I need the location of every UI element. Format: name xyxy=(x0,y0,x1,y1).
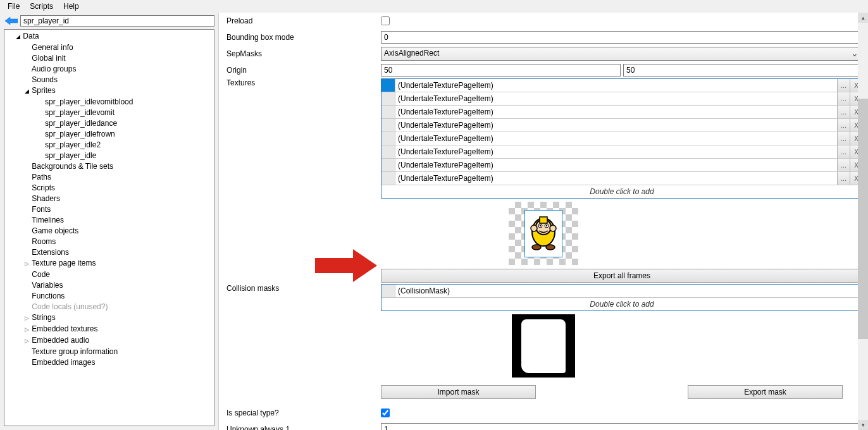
texture-item[interactable]: (UndertaleTexturePageItem) xyxy=(395,172,837,185)
unknown-input[interactable] xyxy=(381,423,863,431)
sprite-preview-image xyxy=(524,210,562,257)
texture-item[interactable]: (UndertaleTexturePageItem) xyxy=(395,92,837,105)
tree-item[interactable]: Audio groups xyxy=(4,64,214,75)
bbox-input[interactable] xyxy=(381,31,863,44)
tree-item[interactable]: Rooms xyxy=(4,236,214,247)
tree-item[interactable]: ▷ Strings xyxy=(4,312,214,324)
tree-item[interactable]: Code locals (unused?) xyxy=(4,302,214,312)
texture-browse-button[interactable]: ... xyxy=(837,145,850,158)
tree-item[interactable]: Variables xyxy=(4,280,214,291)
texture-item[interactable]: (UndertaleTexturePageItem) xyxy=(395,145,837,158)
tree-item[interactable]: ▷ Embedded audio xyxy=(4,335,214,347)
tree-item[interactable]: Scripts xyxy=(4,183,214,194)
left-panel: ◢ Data General info Global init Audio gr… xyxy=(0,13,219,430)
preload-checkbox[interactable] xyxy=(381,16,390,25)
tree-item[interactable]: Texture group information xyxy=(4,347,214,357)
texture-item[interactable]: (UndertaleTexturePageItem) xyxy=(395,119,837,132)
tree-item[interactable]: Sounds xyxy=(4,75,214,85)
tree-item[interactable]: Global init xyxy=(4,53,214,64)
export-mask-button[interactable]: Export mask xyxy=(688,385,843,399)
tree-item[interactable]: Fonts xyxy=(4,204,214,215)
texture-preview xyxy=(509,202,578,265)
texture-browse-button[interactable]: ... xyxy=(837,92,850,105)
collision-masks-label: Collision masks xyxy=(224,284,381,293)
special-type-label: Is special type? xyxy=(224,408,381,417)
export-all-frames-button[interactable]: Export all frames xyxy=(381,269,863,283)
tree-item[interactable]: spr_player_idledance xyxy=(4,118,214,129)
svg-marker-0 xyxy=(5,17,18,25)
back-arrow-icon[interactable] xyxy=(5,16,18,25)
origin-x-input[interactable] xyxy=(381,64,621,77)
collision-add-hint[interactable]: Double click to add xyxy=(381,298,862,310)
svg-point-6 xyxy=(540,224,541,226)
right-panel: Preload Bounding box mode SepMasks AxisA… xyxy=(219,13,868,430)
tree-item[interactable]: Embedded images xyxy=(4,357,214,368)
texture-browse-button[interactable]: ... xyxy=(837,119,850,132)
svg-point-9 xyxy=(550,225,556,231)
texture-browse-button[interactable]: ... xyxy=(837,159,850,171)
texture-item[interactable]: (UndertaleTexturePageItem) xyxy=(395,159,837,171)
sepmasks-select[interactable]: AxisAlignedRect xyxy=(381,47,863,61)
texture-browse-button[interactable]: ... xyxy=(837,79,850,92)
preload-label: Preload xyxy=(224,16,381,25)
svg-rect-3 xyxy=(540,217,547,223)
menu-file[interactable]: File xyxy=(3,1,25,12)
tree-root[interactable]: ◢ Data xyxy=(4,31,214,42)
svg-point-8 xyxy=(531,225,537,231)
tree-item[interactable]: Functions xyxy=(4,291,214,302)
tree-item[interactable]: spr_player_idlefrown xyxy=(4,129,214,140)
bbox-label: Bounding box mode xyxy=(224,33,381,42)
collision-list[interactable]: (CollisionMask) Double click to add xyxy=(381,284,863,311)
vertical-scrollbar[interactable]: ▴ ▾ xyxy=(858,13,868,430)
tree-item[interactable]: spr_player_idle xyxy=(4,150,214,161)
tree-item[interactable]: Backgrounds & Tile sets xyxy=(4,161,214,172)
texture-item[interactable]: (UndertaleTexturePageItem) xyxy=(395,132,837,145)
tree-item[interactable]: Code xyxy=(4,269,214,280)
search-input[interactable] xyxy=(20,15,214,27)
tree-item[interactable]: Paths xyxy=(4,172,214,183)
sepmasks-label: SepMasks xyxy=(224,49,381,58)
import-mask-button[interactable]: Import mask xyxy=(381,385,536,399)
tree-item[interactable]: General info xyxy=(4,42,214,53)
texture-browse-button[interactable]: ... xyxy=(837,132,850,145)
svg-point-11 xyxy=(546,245,555,250)
tree-item[interactable]: ▷ Texture page items xyxy=(4,258,214,269)
special-type-checkbox[interactable] xyxy=(381,408,390,417)
menu-scripts[interactable]: Scripts xyxy=(25,1,58,12)
tree-item[interactable]: spr_player_idlevomit xyxy=(4,108,214,118)
texture-item[interactable]: (UndertaleTexturePageItem) xyxy=(395,79,837,92)
unknown-label: Unknown always 1 xyxy=(224,425,381,431)
tree-item[interactable]: Timelines xyxy=(4,215,214,226)
svg-point-7 xyxy=(546,224,547,226)
texture-browse-button[interactable]: ... xyxy=(837,172,850,185)
tree-item[interactable]: Shaders xyxy=(4,194,214,204)
origin-label: Origin xyxy=(224,66,381,75)
texture-add-hint[interactable]: Double click to add xyxy=(381,185,862,198)
origin-y-input[interactable] xyxy=(623,64,863,77)
menubar: File Scripts Help xyxy=(0,0,868,13)
textures-list[interactable]: (UndertaleTexturePageItem)...X(Undertale… xyxy=(381,78,863,199)
mask-preview xyxy=(512,314,575,378)
tree-view[interactable]: ◢ Data General info Global init Audio gr… xyxy=(4,29,214,426)
textures-label: Textures xyxy=(224,78,381,87)
tree-item[interactable]: Extensions xyxy=(4,247,214,258)
svg-point-10 xyxy=(532,245,541,250)
tree-item[interactable]: spr_player_idle2 xyxy=(4,140,214,150)
tree-item[interactable]: ◢ Sprites xyxy=(4,85,214,97)
scrollbar-thumb[interactable] xyxy=(858,99,868,339)
tree-item[interactable]: spr_player_idlevomitblood xyxy=(4,97,214,108)
tree-item[interactable]: ▷ Embedded textures xyxy=(4,324,214,335)
texture-browse-button[interactable]: ... xyxy=(837,106,850,118)
tree-item[interactable]: Game objects xyxy=(4,226,214,236)
texture-item[interactable]: (UndertaleTexturePageItem) xyxy=(395,106,837,118)
collision-item[interactable]: (CollisionMask) xyxy=(395,285,862,297)
menu-help[interactable]: Help xyxy=(58,1,84,12)
